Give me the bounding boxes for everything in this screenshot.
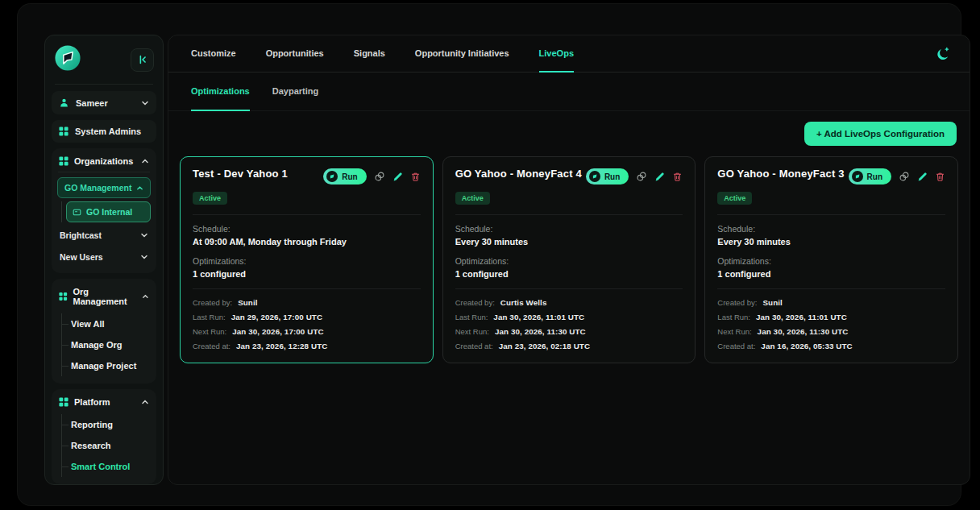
card-header: Test - Dev Yahoo 1 Run <box>193 168 421 185</box>
copy-button[interactable] <box>374 171 385 182</box>
delete-trash-icon <box>410 172 421 182</box>
sidebar-item-brightcast[interactable]: Brightcast <box>57 224 151 246</box>
sidebar-item-user[interactable]: Sameer <box>52 91 156 114</box>
edit-button[interactable] <box>917 172 928 182</box>
meta-label: Last Run: <box>455 313 488 321</box>
liveops-card[interactable]: GO Yahoo - MoneyFact 4 Run <box>442 156 696 363</box>
sidebar-item-system-admins[interactable]: System Admins <box>52 120 156 143</box>
moon-sparkle-icon <box>935 47 950 62</box>
edit-button[interactable] <box>392 172 403 182</box>
divider <box>58 172 150 172</box>
tab-liveops[interactable]: LiveOps <box>539 35 574 73</box>
chevron-up-icon <box>141 398 149 406</box>
tab-customize[interactable]: Customize <box>191 35 236 73</box>
meta-value: Jan 30, 2026, 11:30 UTC <box>758 327 849 336</box>
delete-button[interactable] <box>410 172 421 182</box>
sidebar-item-org-management[interactable]: Org Management <box>57 284 151 312</box>
grid-icon <box>59 397 69 407</box>
meta-row: Last Run: Jan 29, 2026, 17:00 UTC <box>193 313 421 321</box>
app-logo-icon <box>54 44 81 75</box>
schedule-label: Schedule: <box>717 224 945 234</box>
sidebar-item-go-internal[interactable]: GO Internal <box>66 201 151 222</box>
tab-opportunities[interactable]: Opportunities <box>266 35 324 73</box>
sidebar-item-label: GO Internal <box>86 207 132 217</box>
liveops-card[interactable]: Test - Dev Yahoo 1 Run <box>180 156 434 363</box>
meta-label: Created by: <box>455 298 495 307</box>
sidebar-item-research[interactable]: Research <box>71 435 151 456</box>
edit-button[interactable] <box>654 172 665 182</box>
meta-row: Last Run: Jan 30, 2026, 11:01 UTC <box>455 313 683 321</box>
card-title: GO Yahoo - MoneyFact 3 <box>717 168 844 181</box>
divider <box>455 288 683 289</box>
sidebar-item-label: Reporting <box>71 420 113 429</box>
collapse-left-icon <box>137 54 148 65</box>
meta-label: Next Run: <box>455 327 489 336</box>
optimizations-label: Optimizations: <box>455 256 683 266</box>
meta-row: Created at: Jan 23, 2026, 12:28 UTC <box>193 342 421 350</box>
divider <box>193 288 421 289</box>
sidebar-item-label: Organizations <box>74 156 133 166</box>
delete-button[interactable] <box>672 172 683 182</box>
meta-label: Next Run: <box>193 327 226 336</box>
copy-button[interactable] <box>636 171 647 182</box>
copy-button[interactable] <box>899 171 910 182</box>
liveops-card[interactable]: GO Yahoo - MoneyFact 3 Run <box>704 156 958 363</box>
sidebar-item-label: View All <box>71 319 105 329</box>
meta-label: Created by: <box>717 298 757 307</box>
schedule-value: Every 30 minutes <box>717 237 945 247</box>
run-button-label: Run <box>342 172 357 181</box>
sidebar-item-manage-org[interactable]: Manage Org <box>71 334 151 355</box>
main-panel: Customize Opportunities Signals Opportun… <box>168 35 970 485</box>
sidebar-group-org-management: Org Management View All Manage Org Manag… <box>52 279 156 384</box>
tab-opportunity-initiatives[interactable]: Opportunity Initiatives <box>415 35 509 73</box>
subtab-dayparting[interactable]: Dayparting <box>272 73 318 111</box>
copy-icon <box>374 171 385 182</box>
card-actions: Run <box>586 168 683 185</box>
theme-toggle-button[interactable] <box>932 44 952 64</box>
meta-label: Last Run: <box>717 313 750 321</box>
divider <box>717 214 945 215</box>
sidebar-item-reporting[interactable]: Reporting <box>71 414 151 435</box>
schedule-value: At 09:00 AM, Monday through Friday <box>193 237 421 247</box>
sidebar-item-new-users[interactable]: New Users <box>57 246 151 267</box>
meta-label: Created at: <box>717 342 755 350</box>
tree: Reporting Research Smart Control <box>61 414 151 477</box>
meta-row: Next Run: Jan 30, 2026, 17:00 UTC <box>193 327 421 336</box>
sidebar: Sameer System Admins Organ <box>44 35 164 485</box>
meta-label: Last Run: <box>193 313 226 321</box>
status-badge: Active <box>193 192 227 205</box>
sidebar-group-platform: Platform Reporting Research Smart Contro… <box>52 389 156 484</box>
sidebar-item-go-management[interactable]: GO Management <box>57 177 151 198</box>
sidebar-item-label: Brightcast <box>60 230 102 240</box>
add-liveops-configuration-button[interactable]: + Add LiveOps Configuration <box>804 122 957 146</box>
optimizations-value: 1 configured <box>193 269 421 279</box>
run-button[interactable]: Run <box>849 168 891 185</box>
meta-row: Created at: Jan 23, 2026, 02:18 UTC <box>455 342 683 350</box>
run-button[interactable]: Run <box>323 168 366 185</box>
sidebar-item-view-all[interactable]: View All <box>71 313 151 334</box>
chevron-up-icon <box>141 157 149 165</box>
subtab-optimizations[interactable]: Optimizations <box>191 73 250 111</box>
tree: View All Manage Org Manage Project <box>61 313 151 376</box>
chevron-up-icon <box>136 185 143 192</box>
meta-value: Jan 29, 2026, 17:00 UTC <box>231 313 322 321</box>
sidebar-header <box>45 35 163 82</box>
chevron-down-icon <box>140 231 148 239</box>
meta-value: Jan 30, 2026, 11:30 UTC <box>495 327 586 336</box>
sidebar-item-label: System Admins <box>75 126 141 136</box>
card-meta: Created by: Curtis Wells Last Run: Jan 3… <box>455 298 683 354</box>
collapse-sidebar-button[interactable] <box>131 48 154 72</box>
sidebar-item-manage-project[interactable]: Manage Project <box>71 355 151 376</box>
run-button[interactable]: Run <box>586 168 629 185</box>
schedule-label: Schedule: <box>455 224 683 234</box>
go-internal-wrap: GO Internal <box>61 201 151 222</box>
sidebar-nav: Sameer System Admins Organ <box>45 85 163 485</box>
tab-signals[interactable]: Signals <box>354 35 385 73</box>
grid-icon <box>59 126 69 136</box>
delete-trash-icon <box>672 172 683 182</box>
sidebar-item-smart-control[interactable]: Smart Control <box>71 456 151 477</box>
sidebar-item-organizations[interactable]: Organizations <box>57 154 151 172</box>
user-icon <box>59 97 69 108</box>
sidebar-item-platform[interactable]: Platform <box>57 395 151 413</box>
delete-button[interactable] <box>935 172 945 182</box>
